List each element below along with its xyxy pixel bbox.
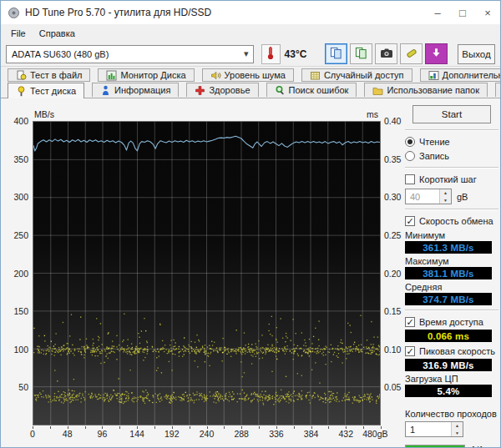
passes-value: 1 <box>406 422 451 436</box>
x-axis-tick: 432 <box>339 429 354 439</box>
minimize-button[interactable]: – <box>425 1 450 24</box>
tab-монитор-диска[interactable]: Монитор Диска <box>98 68 194 82</box>
x-axis-tickmark <box>346 426 347 429</box>
burst-rate-checkbox[interactable]: ✓ Пиковая скорость <box>405 345 498 358</box>
tab-уровень-шума[interactable]: Уровень шума <box>202 68 294 82</box>
right-axis-tick: 0.40 <box>384 116 401 126</box>
start-button[interactable]: Start <box>412 105 491 123</box>
copy-image-button[interactable] <box>350 43 372 64</box>
x-axis-tick: 384 <box>304 429 319 439</box>
app-icon <box>8 7 20 19</box>
progress-bar <box>405 445 465 448</box>
tab-тест-диска[interactable]: Тест диска <box>8 83 84 98</box>
burst-rate-label: Пиковая скорость <box>419 346 495 356</box>
x-axis-tickmark <box>190 426 190 429</box>
x-axis-tickmark <box>363 426 364 429</box>
passes-label: Количество проходов <box>405 409 498 419</box>
x-axis-tickmark <box>259 426 260 429</box>
maximize-button[interactable]: □ <box>450 1 475 24</box>
avg-value: 374.7 MB/s <box>405 293 492 305</box>
download-button[interactable] <box>425 43 448 64</box>
screenshot-icon <box>380 47 393 62</box>
x-axis-tickmark <box>50 426 51 429</box>
divider <box>405 167 498 169</box>
x-axis-tickmark <box>224 426 225 429</box>
stepper-up-icon[interactable]: ▲ <box>452 422 463 430</box>
save-results-icon <box>405 47 418 62</box>
tab-row-primary: Тест дискаИнформацияЗдоровьеПоиск ошибок… <box>8 83 501 98</box>
radio-selected-icon <box>405 137 415 147</box>
stepper-up-icon[interactable]: ▲ <box>440 189 451 197</box>
transfer-rate-label: Скорость обмена <box>419 216 493 226</box>
temperature-button[interactable] <box>261 44 281 64</box>
tab-использование-папок[interactable]: Использование папок <box>364 83 488 97</box>
stepper-arrows[interactable]: ▲▼ <box>451 422 463 436</box>
access-time-value: 0.066 ms <box>405 330 492 342</box>
transfer-rate-checkbox[interactable]: ✓ Скорость обмена <box>405 214 498 228</box>
tab-label: Случайный доступ <box>324 70 404 80</box>
right-axis-tick: 0.15 <box>384 306 401 316</box>
noise-level-icon <box>210 70 221 81</box>
tab-label: Уровень шума <box>225 70 286 80</box>
x-axis-tickmark <box>172 426 173 429</box>
start-button-label: Start <box>442 109 462 119</box>
tab-label: Здоровье <box>209 85 250 95</box>
tab-тест-в-файл[interactable]: Тест в файл <box>8 68 90 82</box>
tab-label: Дополнительные тесты <box>443 70 501 80</box>
passes-stepper[interactable]: 1 ▲▼ <box>405 421 463 437</box>
short-stride-checkbox[interactable]: Короткий шаг <box>405 173 498 186</box>
x-axis-tickmark <box>33 426 33 429</box>
tab-случайный-доступ[interactable]: Случайный доступ <box>301 68 412 82</box>
exit-button[interactable]: Выход <box>458 44 495 64</box>
tab-label: Монитор Диска <box>120 70 185 80</box>
x-axis-tickmark <box>85 426 86 429</box>
short-stride-stepper[interactable]: 40 ▲▼ <box>405 189 452 204</box>
divider <box>405 310 498 311</box>
write-radio[interactable]: Запись <box>405 149 498 163</box>
menu-item-file[interactable]: File <box>4 27 33 40</box>
titlebar: HD Tune Pro 5.70 - утилита для HD/SSD – … <box>1 1 500 24</box>
short-stride-value: 40 <box>406 189 439 204</box>
x-axis-tickmark <box>294 426 295 429</box>
left-axis-tick: 250 <box>1 230 28 240</box>
drive-select[interactable]: ADATA SU630 (480 gB) ▾ <box>6 45 254 63</box>
x-axis-tickmark <box>68 426 68 429</box>
tab-label: Использование папок <box>387 85 479 95</box>
exit-button-label: Выход <box>462 49 490 59</box>
tab-label: Тест диска <box>30 86 76 96</box>
right-axis-unit: ms <box>367 109 378 119</box>
left-axis-tick: 300 <box>1 192 28 202</box>
tab-label: Поиск ошибок <box>289 85 349 95</box>
stepper-down-icon[interactable]: ▼ <box>440 197 451 204</box>
access-time-checkbox[interactable]: ✓ Время доступа <box>405 315 498 329</box>
stepper-arrows[interactable]: ▲▼ <box>439 189 451 204</box>
tab-label: Информация <box>114 85 170 95</box>
x-axis-tick: 240 <box>200 429 215 439</box>
x-axis-tick: 336 <box>269 429 284 439</box>
tab-label: Тест в файл <box>30 70 82 80</box>
short-stride-label: Короткий шаг <box>419 174 477 184</box>
right-axis-tick: 0.10 <box>384 345 401 355</box>
copy-text-button[interactable] <box>325 43 347 64</box>
menubar: FileСправка <box>1 24 500 42</box>
tab-поиск-ошибок[interactable]: Поиск ошибок <box>266 83 357 97</box>
save-results-button[interactable] <box>400 43 423 64</box>
stepper-down-icon[interactable]: ▼ <box>452 430 463 437</box>
burst-rate-value: 316.9 MB/s <box>405 359 492 371</box>
close-button[interactable]: × <box>475 1 500 24</box>
disk-monitor-icon <box>106 70 117 81</box>
toolbar: ADATA SU630 (480 gB) ▾ 43°C Выход <box>1 42 500 67</box>
x-axis-tickmark <box>328 426 329 429</box>
menu-item-help[interactable]: Справка <box>33 27 82 40</box>
tab-здоровье[interactable]: Здоровье <box>186 83 258 97</box>
toolbar-buttons <box>325 43 448 64</box>
tab-информация[interactable]: Информация <box>92 83 179 97</box>
tab-дополнительные-тесты[interactable]: Дополнительные тесты <box>420 68 501 82</box>
screenshot-button[interactable] <box>375 43 397 64</box>
x-axis-tickmark <box>137 426 138 429</box>
read-radio[interactable]: Чтение <box>405 135 498 148</box>
divider <box>405 129 498 131</box>
tab-стирание[interactable]: Стирание <box>495 83 501 97</box>
right-axis-tick: 0.30 <box>384 192 401 202</box>
read-radio-label: Чтение <box>419 137 450 147</box>
